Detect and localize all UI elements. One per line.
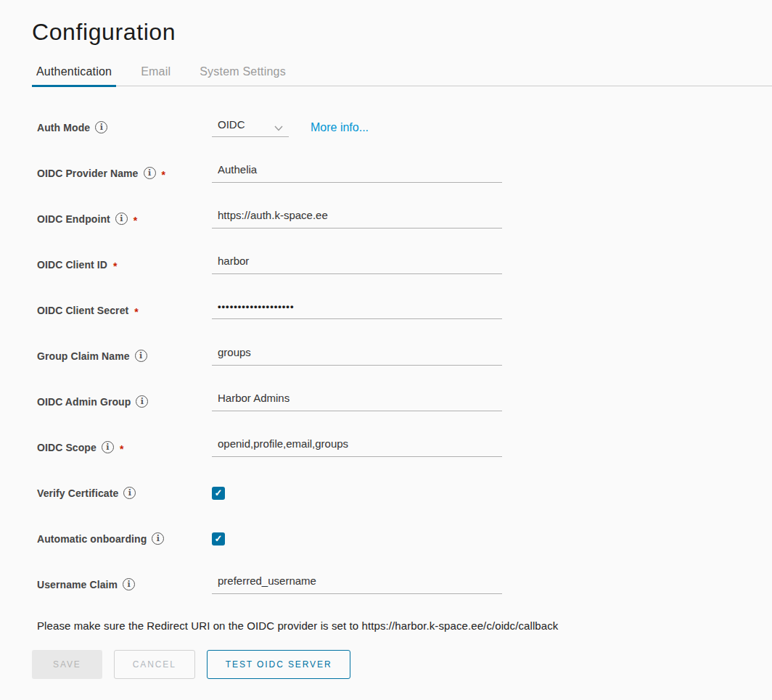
oidc-scope-label: OIDC Scope: [37, 442, 96, 453]
group-claim-name-input[interactable]: [212, 346, 502, 366]
tab-authentication[interactable]: Authentication: [32, 65, 116, 86]
oidc-client-secret-row: OIDC Client Secret *: [32, 287, 772, 333]
auth-mode-selected-value: OIDC: [218, 118, 245, 131]
save-button[interactable]: SAVE: [32, 650, 102, 679]
oidc-provider-name-label: OIDC Provider Name: [37, 168, 139, 179]
auth-mode-label-group: Auth Mode i: [32, 121, 212, 133]
oidc-scope-input[interactable]: [212, 437, 502, 457]
redirect-uri-note: Please make sure the Redirect URI on the…: [32, 619, 772, 632]
page-title: Configuration: [32, 0, 772, 46]
tab-bar: Authentication Email System Settings: [32, 65, 772, 86]
info-icon[interactable]: i: [115, 213, 128, 225]
cancel-button[interactable]: CANCEL: [114, 650, 195, 679]
oidc-client-id-label: OIDC Client ID: [37, 259, 107, 271]
oidc-client-id-row: OIDC Client ID *: [32, 242, 772, 287]
chevron-down-icon: [274, 121, 283, 127]
verify-certificate-checkbox[interactable]: ✓: [212, 487, 225, 500]
oidc-provider-name-row: OIDC Provider Name i *: [32, 150, 772, 196]
tab-system-settings[interactable]: System Settings: [195, 65, 290, 86]
more-info-link[interactable]: More info...: [311, 121, 369, 134]
info-icon[interactable]: i: [95, 121, 107, 133]
username-claim-label: Username Claim: [37, 579, 118, 590]
configuration-page: Configuration Authentication Email Syste…: [0, 0, 772, 700]
group-claim-name-row: Group Claim Name i: [32, 333, 772, 379]
oidc-scope-row: OIDC Scope i *: [32, 424, 772, 470]
oidc-admin-group-label: OIDC Admin Group: [37, 396, 131, 408]
required-asterisk: *: [162, 166, 165, 181]
oidc-endpoint-label: OIDC Endpoint: [37, 213, 110, 225]
username-claim-input[interactable]: [212, 575, 502, 594]
info-icon[interactable]: i: [102, 441, 114, 453]
automatic-onboarding-row: Automatic onboarding i ✓: [32, 516, 772, 561]
info-icon[interactable]: i: [135, 350, 147, 362]
username-claim-row: Username Claim i: [32, 561, 772, 607]
oidc-endpoint-input[interactable]: [212, 209, 502, 228]
info-icon[interactable]: i: [144, 167, 156, 179]
verify-certificate-row: Verify Certificate i ✓: [32, 470, 772, 516]
oidc-endpoint-row: OIDC Endpoint i *: [32, 196, 772, 242]
tab-email[interactable]: Email: [136, 65, 175, 86]
info-icon[interactable]: i: [136, 395, 148, 408]
test-oidc-server-button[interactable]: TEST OIDC SERVER: [207, 650, 351, 679]
auth-mode-label: Auth Mode: [37, 122, 90, 133]
action-buttons: SAVE CANCEL TEST OIDC SERVER: [32, 650, 772, 700]
automatic-onboarding-checkbox[interactable]: ✓: [212, 532, 225, 545]
info-icon[interactable]: i: [152, 532, 164, 545]
oidc-client-secret-label: OIDC Client Secret: [37, 305, 128, 316]
required-asterisk: *: [120, 440, 123, 455]
oidc-provider-name-input[interactable]: [212, 163, 502, 183]
auth-settings-form: Auth Mode i OIDC More info... OIDC Provi…: [32, 104, 772, 607]
oidc-admin-group-row: OIDC Admin Group i: [32, 379, 772, 424]
auth-mode-row: Auth Mode i OIDC More info...: [32, 104, 772, 150]
oidc-client-secret-input[interactable]: [212, 301, 502, 319]
info-icon[interactable]: i: [123, 578, 135, 590]
group-claim-name-label: Group Claim Name: [37, 350, 130, 362]
required-asterisk: *: [134, 212, 137, 226]
oidc-client-id-input[interactable]: [212, 255, 502, 274]
required-asterisk: *: [113, 258, 117, 272]
automatic-onboarding-label: Automatic onboarding: [37, 533, 147, 545]
required-asterisk: *: [134, 303, 138, 318]
verify-certificate-label: Verify Certificate: [37, 487, 118, 499]
auth-mode-select[interactable]: OIDC: [212, 118, 289, 137]
oidc-admin-group-input[interactable]: [212, 392, 502, 411]
info-icon[interactable]: i: [123, 487, 136, 499]
